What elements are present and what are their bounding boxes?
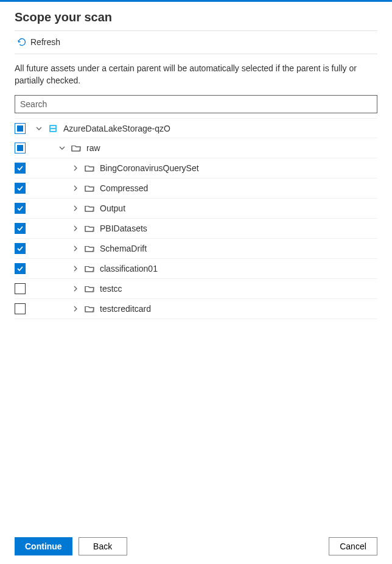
checkbox-root[interactable] [15,123,26,134]
tree-row-child: testcc [15,279,377,299]
chevron-child-1[interactable] [71,183,80,193]
checkbox-child-3[interactable] [15,223,26,234]
tree-row-child: Compressed [15,178,377,199]
folder-icon [84,243,95,254]
folder-icon [84,163,95,174]
checkbox-child-4[interactable] [15,243,26,254]
tree-label-child: classification01 [100,264,158,273]
search-input[interactable] [15,95,377,113]
description-text: All future assets under a certain parent… [15,63,377,86]
tree-row-child: Output [15,199,377,219]
chevron-root[interactable] [34,124,44,133]
tree-label-child: Output [100,203,125,213]
tree-row-child: testcreditcard [15,299,377,319]
checkbox-child-0[interactable] [15,163,26,174]
svg-rect-2 [51,129,55,131]
tree-row-child: classification01 [15,259,377,279]
folder-icon [84,303,95,314]
folder-icon [84,263,95,274]
chevron-child-0[interactable] [71,163,80,173]
folder-icon [84,183,95,194]
tree-row-raw: raw [15,138,377,158]
tree-row-child: BingCoronavirusQuerySet [15,158,377,178]
chevron-child-2[interactable] [71,203,80,213]
chevron-child-7[interactable] [71,304,80,314]
scope-tree: AzureDataLakeStorage-qzOrawBingCoronavir… [15,118,377,319]
tree-label-child: testcc [100,284,122,294]
page-title: Scope your scan [15,10,377,24]
back-button[interactable]: Back [79,537,127,555]
folder-icon [84,283,95,294]
tree-row-child: SchemaDrift [15,239,377,259]
tree-row-root: AzureDataLakeStorage-qzO [15,118,377,138]
refresh-icon [17,37,27,47]
refresh-button[interactable]: Refresh [15,36,63,48]
tree-label-raw: raw [86,143,100,153]
storage-icon [47,123,58,134]
svg-rect-0 [49,125,57,132]
tree-label-root: AzureDataLakeStorage-qzO [63,124,170,133]
refresh-label: Refresh [30,37,60,47]
tree-label-child: testcreditcard [100,304,151,314]
tree-label-child: PBIDatasets [100,224,147,233]
tree-row-child: PBIDatasets [15,219,377,239]
checkbox-child-7[interactable] [15,303,26,314]
chevron-raw[interactable] [57,143,67,153]
tree-label-child: SchemaDrift [100,244,147,253]
chevron-child-5[interactable] [71,264,80,273]
checkbox-child-5[interactable] [15,263,26,274]
svg-rect-1 [51,126,55,128]
folder-icon [84,223,95,234]
folder-icon [84,203,95,214]
continue-button[interactable]: Continue [15,537,72,555]
tree-label-child: Compressed [100,183,148,193]
cancel-button[interactable]: Cancel [329,537,377,555]
checkbox-child-1[interactable] [15,183,26,194]
toolbar: Refresh [15,30,377,54]
chevron-child-3[interactable] [71,224,80,233]
checkbox-raw[interactable] [15,143,26,153]
chevron-child-6[interactable] [71,284,80,294]
footer: Continue Back Cancel [0,529,392,564]
tree-label-child: BingCoronavirusQuerySet [100,163,199,173]
folder-icon [71,143,82,153]
checkbox-child-6[interactable] [15,283,26,294]
chevron-child-4[interactable] [71,244,80,253]
checkbox-child-2[interactable] [15,203,26,214]
